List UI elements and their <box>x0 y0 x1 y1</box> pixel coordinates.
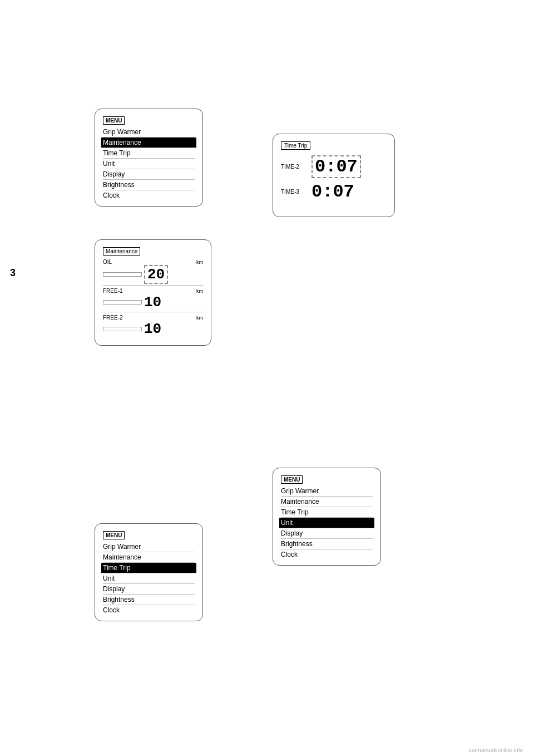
panel-menu-4: MENU Grip Warmer Maintenance Time Trip U… <box>273 468 381 566</box>
maint-bar-oil <box>103 272 142 277</box>
menu-item-brightness-5[interactable]: Brightness <box>103 595 195 605</box>
menu-item-brightness-4[interactable]: Brightness <box>281 539 373 549</box>
maint-bar-free1 <box>103 300 142 305</box>
page-number: 3 <box>10 267 16 279</box>
panel-menu-1: MENU Grip Warmer Maintenance Time Trip U… <box>95 109 203 207</box>
maint-unit-free1: km <box>196 288 203 294</box>
menu-label-1: MENU <box>103 116 125 125</box>
menu-item-clock-1[interactable]: Clock <box>103 190 195 200</box>
panel-maintenance: Maintenance OIL km 20 FREE-1 km 10 <box>95 239 211 346</box>
menu-item-clock-5[interactable]: Clock <box>103 605 195 615</box>
menu-item-time-trip-5[interactable]: Time Trip <box>101 563 196 573</box>
maint-row-free2: FREE-2 km 10 <box>103 315 203 337</box>
menu-item-time-trip-4[interactable]: Time Trip <box>281 507 373 518</box>
menu-item-maintenance-1[interactable]: Maintenance <box>101 138 196 148</box>
timetrip-animated-value-2: 0:07 <box>312 155 361 178</box>
panel-menu-5: MENU Grip Warmer Maintenance Time Trip U… <box>95 523 203 621</box>
menu-item-unit-4[interactable]: Unit <box>279 518 374 528</box>
maint-id-free2: FREE-2 <box>103 315 123 321</box>
menu-label-4: MENU <box>281 475 303 484</box>
maint-id-oil: OIL <box>103 259 112 265</box>
page: 3 MENU Grip Warmer Maintenance Time Trip… <box>0 0 534 756</box>
menu-item-unit-1[interactable]: Unit <box>103 159 195 169</box>
menu-item-time-trip-1[interactable]: Time Trip <box>103 148 195 159</box>
maint-row-free1: FREE-1 km 10 <box>103 288 203 312</box>
panel-timetrip: Time Trip TIME-2 0:07 TIME-3 0:07 <box>273 134 395 217</box>
menu-item-unit-5[interactable]: Unit <box>103 573 195 584</box>
timetrip-row-3: TIME-3 0:07 <box>281 181 387 202</box>
menu-item-brightness-1[interactable]: Brightness <box>103 180 195 190</box>
menu-item-display-1[interactable]: Display <box>103 169 195 180</box>
menu-item-grip-warmer-5[interactable]: Grip Warmer <box>103 542 195 552</box>
timetrip-row-2: TIME-2 0:07 <box>281 155 387 178</box>
timetrip-value-2: 0:07 <box>312 155 361 178</box>
maint-value-oil: 20 <box>144 265 168 284</box>
menu-item-display-4[interactable]: Display <box>281 528 373 539</box>
maint-value-free2: 10 <box>144 321 161 337</box>
menu-label-5: MENU <box>103 531 125 539</box>
menu-item-grip-warmer-1[interactable]: Grip Warmer <box>103 127 195 138</box>
timetrip-value-3: 0:07 <box>312 181 354 202</box>
menu-item-clock-4[interactable]: Clock <box>281 549 373 559</box>
maint-unit-oil: km <box>196 259 203 265</box>
menu-item-maintenance-4[interactable]: Maintenance <box>281 497 373 507</box>
maint-bar-free2 <box>103 327 142 331</box>
menu-item-grip-warmer-4[interactable]: Grip Warmer <box>281 486 373 497</box>
maint-id-free1: FREE-1 <box>103 288 123 294</box>
maintenance-label: Maintenance <box>103 247 140 256</box>
menu-item-display-5[interactable]: Display <box>103 584 195 595</box>
timetrip-id-2: TIME-2 <box>281 164 312 170</box>
watermark: carmanualsonline.info <box>469 747 523 753</box>
timetrip-label: Time Trip <box>281 141 310 150</box>
maint-unit-free2: km <box>196 315 203 321</box>
maint-value-free1: 10 <box>144 294 161 311</box>
maint-row-oil: OIL km 20 <box>103 259 203 286</box>
timetrip-id-3: TIME-3 <box>281 189 312 195</box>
menu-item-maintenance-5[interactable]: Maintenance <box>103 552 195 563</box>
